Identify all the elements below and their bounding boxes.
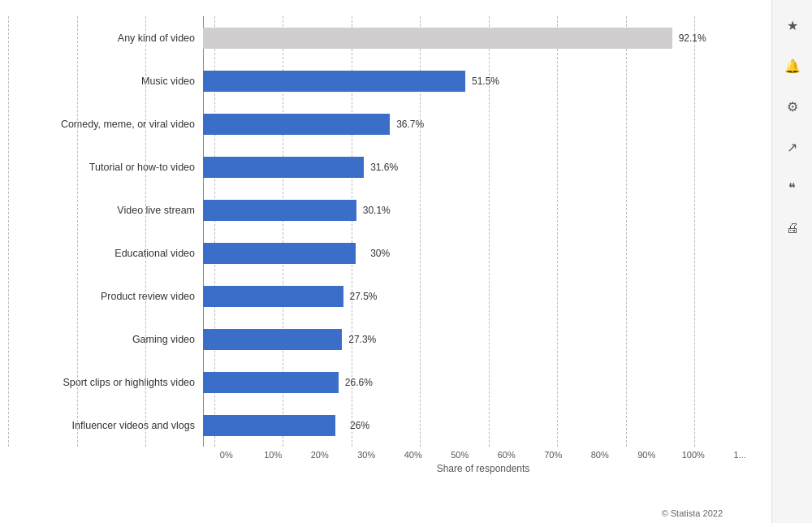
bar-track: 30% (203, 243, 763, 264)
bar-label: Influencer videos and vlogs (8, 420, 203, 431)
x-axis-tick: 50% (437, 450, 484, 460)
gear-icon[interactable]: ⚙ (780, 93, 806, 119)
bar-track: 51.5% (203, 71, 763, 92)
grid-line (145, 16, 146, 447)
bar-track: 30.1% (203, 200, 763, 221)
bar-track: 26.6% (203, 372, 763, 393)
bar-row: Music video51.5% (8, 59, 763, 102)
x-axis-tick: 70% (530, 450, 577, 460)
x-axis-label: Share of respondents (203, 463, 763, 474)
bar-fill: 30.1% (203, 200, 356, 221)
bar-label: Music video (8, 76, 203, 87)
bar-fill: 26% (203, 415, 335, 436)
bar-label: Sport clips or highlights video (8, 377, 203, 388)
star-icon[interactable]: ★ (780, 12, 806, 38)
sidebar: ★🔔⚙↗❝🖨 (771, 0, 812, 523)
bar-track: 27.5% (203, 286, 763, 307)
bar-fill: 36.7% (203, 114, 390, 135)
bar-track: 92.1% (203, 28, 763, 49)
bar-fill: 27.5% (203, 286, 343, 307)
x-axis: 0%10%20%30%40%50%60%70%80%90%100%1... (203, 450, 763, 460)
bar-value: 27.3% (348, 334, 376, 345)
bar-row: Product review video27.5% (8, 274, 763, 318)
grid-line (77, 16, 78, 447)
grid-line (8, 16, 9, 447)
bar-fill: 26.6% (203, 372, 339, 393)
bar-fill: 51.5% (203, 71, 465, 92)
print-icon[interactable]: 🖨 (780, 215, 806, 241)
bar-fill: 31.6% (203, 157, 364, 178)
bar-track: 26% (203, 415, 763, 436)
x-axis-tick: 0% (203, 450, 250, 460)
bar-row: Influencer videos and vlogs26% (8, 404, 763, 447)
chart-container: Any kind of video92.1%Music video51.5%Co… (0, 0, 771, 523)
x-axis-tick: 100% (670, 450, 717, 460)
x-axis-tick: 1... (717, 450, 764, 460)
bar-label: Gaming video (8, 334, 203, 345)
bar-value: 30.1% (363, 205, 391, 216)
x-axis-tick: 40% (390, 450, 437, 460)
bar-track: 36.7% (203, 114, 763, 135)
bar-track: 27.3% (203, 329, 763, 350)
footer: © Statista 2022 (662, 508, 723, 518)
x-axis-tick: 90% (624, 450, 671, 460)
bars-section: Any kind of video92.1%Music video51.5%Co… (8, 16, 763, 447)
bar-label: Comedy, meme, or viral video (8, 119, 203, 130)
bar-row: Sport clips or highlights video26.6% (8, 361, 763, 404)
bar-row: Educational video30% (8, 231, 763, 274)
bar-fill: 30% (203, 243, 356, 264)
bar-value: 26.6% (345, 377, 373, 388)
bar-label: Tutorial or how-to video (8, 162, 203, 173)
bar-value: 31.6% (370, 162, 398, 173)
x-axis-tick: 80% (577, 450, 624, 460)
x-axis-tick: 10% (250, 450, 297, 460)
bar-label: Video live stream (8, 205, 203, 216)
bar-value: 27.5% (349, 291, 377, 302)
bar-row: Comedy, meme, or viral video36.7% (8, 102, 763, 145)
bar-fill: 27.3% (203, 329, 342, 350)
bar-row: Tutorial or how-to video31.6% (8, 145, 763, 188)
bar-label: Educational video (8, 248, 203, 259)
bar-fill: 92.1% (203, 28, 672, 49)
bar-value: 36.7% (396, 119, 424, 130)
x-axis-tick: 30% (343, 450, 391, 460)
share-icon[interactable]: ↗ (780, 134, 806, 160)
bar-value: 92.1% (679, 32, 706, 44)
x-axis-tick: 20% (296, 450, 343, 460)
x-axis-tick: 60% (483, 450, 530, 460)
bell-icon[interactable]: 🔔 (780, 53, 806, 79)
bar-value: 30% (370, 248, 390, 259)
bar-value: 26% (350, 420, 369, 431)
bar-value: 51.5% (472, 76, 499, 87)
bar-row: Gaming video27.3% (8, 318, 763, 361)
chart-area: Any kind of video92.1%Music video51.5%Co… (8, 16, 763, 474)
bar-row: Any kind of video92.1% (8, 16, 763, 59)
bar-row: Video live stream30.1% (8, 188, 763, 231)
quote-icon[interactable]: ❝ (780, 175, 806, 201)
bar-label: Any kind of video (8, 32, 203, 44)
bar-label: Product review video (8, 291, 203, 302)
bar-track: 31.6% (203, 157, 763, 178)
